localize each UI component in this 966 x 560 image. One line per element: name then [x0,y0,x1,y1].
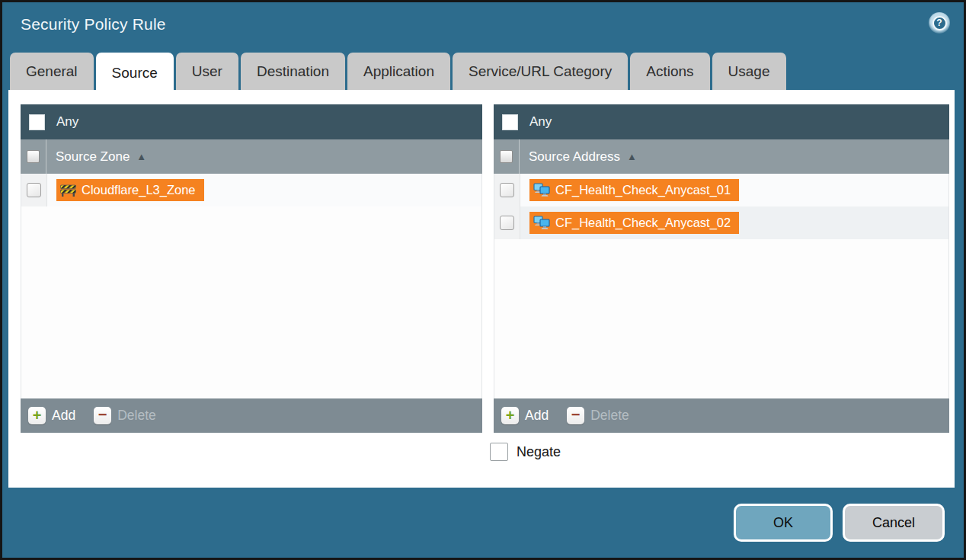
row-checkbox-cell [494,174,520,206]
tab-general[interactable]: General [10,53,94,90]
tab-bar: General Source User Destination Applicat… [10,53,786,90]
delete-address-button[interactable]: − Delete [567,407,629,424]
source-tab-content: Any Source Zone ▲ [8,90,955,488]
table-row[interactable]: CF_Health_Check_Anycast_02 [494,206,948,239]
address-tag-label: CF_Health_Check_Anycast_02 [555,216,731,230]
plus-glyph: + [506,408,515,423]
dialog-footer: OK Cancel [2,485,964,558]
tab-actions[interactable]: Actions [630,53,709,90]
address-tag[interactable]: CF_Health_Check_Anycast_02 [529,212,739,234]
tab-destination[interactable]: Destination [241,53,345,90]
add-address-button[interactable]: + Add [501,407,549,424]
tab-application-label: Application [363,63,434,80]
help-question-glyph: ? [932,16,947,30]
delete-zone-label: Delete [117,408,156,424]
address-tag-label: CF_Health_Check_Anycast_01 [555,183,731,197]
add-icon: + [28,407,46,424]
tab-source[interactable]: Source [96,53,174,93]
tab-usage[interactable]: Usage [712,53,786,90]
tab-user[interactable]: User [176,53,238,90]
minus-glyph: − [571,407,581,422]
cancel-button[interactable]: Cancel [843,504,945,542]
address-icon [533,216,550,230]
tab-actions-label: Actions [646,63,693,80]
zone-icon [60,184,76,197]
source-zone-list: Cloudflare_L3_Zone [21,174,482,398]
address-tag[interactable]: CF_Health_Check_Anycast_01 [529,179,739,201]
row-checkbox-cell [21,174,47,206]
minus-glyph: − [98,407,107,422]
source-zone-any-header: Any [21,104,482,139]
table-row[interactable]: CF_Health_Check_Anycast_01 [494,174,948,206]
source-zone-any-checkbox[interactable] [29,114,45,130]
source-zone-select-all-cell [21,139,46,174]
tab-destination-label: Destination [257,63,329,80]
tab-usage-label: Usage [728,63,770,80]
source-zone-toolbar: + Add − Delete [21,398,482,433]
table-row[interactable]: Cloudflare_L3_Zone [21,174,481,206]
source-address-select-all-checkbox[interactable] [500,150,513,163]
plus-glyph: + [33,408,42,423]
negate-checkbox[interactable] [490,443,508,461]
row-checkbox[interactable] [27,183,41,197]
security-policy-rule-dialog: Security Policy Rule ? General Source Us… [0,0,966,560]
negate-option: Negate [490,443,561,461]
add-zone-button[interactable]: + Add [28,407,75,424]
title-bar: Security Policy Rule ? [2,2,964,50]
source-zone-column-header: Source Zone ▲ [21,139,482,174]
source-zone-any-label: Any [56,114,78,130]
source-address-any-label: Any [529,114,552,130]
address-icon [533,183,550,197]
row-checkbox-cell [494,206,520,239]
negate-label: Negate [517,444,561,460]
add-icon: + [501,407,519,424]
source-zone-panel: Any Source Zone ▲ [21,104,482,433]
source-address-select-all-cell [494,139,520,174]
delete-icon: − [94,407,111,424]
row-checkbox[interactable] [500,216,514,230]
add-zone-label: Add [52,408,75,424]
tab-application[interactable]: Application [347,53,450,90]
source-address-sort-header[interactable]: Source Address ▲ [520,139,637,174]
ok-button[interactable]: OK [734,504,833,542]
dialog-title: Security Policy Rule [21,15,166,34]
delete-zone-button[interactable]: − Delete [94,407,156,424]
zone-tag[interactable]: Cloudflare_L3_Zone [56,179,204,201]
source-address-column-header: Source Address ▲ [494,139,949,174]
source-address-any-header: Any [494,104,949,139]
tab-service-url-category-label: Service/URL Category [469,63,612,80]
help-icon[interactable]: ? [929,12,950,34]
zone-tag-label: Cloudflare_L3_Zone [82,183,196,197]
source-address-list: CF_Health_Check_Anycast_01 [494,174,949,398]
source-zone-sort-header[interactable]: Source Zone ▲ [46,139,146,174]
source-address-any-checkbox[interactable] [502,114,518,130]
row-checkbox[interactable] [500,183,514,197]
tab-general-label: General [26,63,78,80]
tab-user-label: User [192,63,222,80]
delete-address-label: Delete [590,408,629,424]
source-zone-select-all-checkbox[interactable] [27,150,40,163]
source-address-toolbar: + Add − Delete [494,398,949,433]
tab-service-url-category[interactable]: Service/URL Category [453,53,628,90]
source-address-panel: Any Source Address ▲ [494,104,949,433]
add-address-label: Add [525,408,549,424]
sort-ascending-icon: ▲ [136,152,146,162]
tab-source-label: Source [112,65,158,82]
source-address-column-label: Source Address [529,149,620,165]
sort-ascending-icon: ▲ [627,152,637,162]
delete-icon: − [567,407,584,424]
source-zone-column-label: Source Zone [56,149,130,165]
